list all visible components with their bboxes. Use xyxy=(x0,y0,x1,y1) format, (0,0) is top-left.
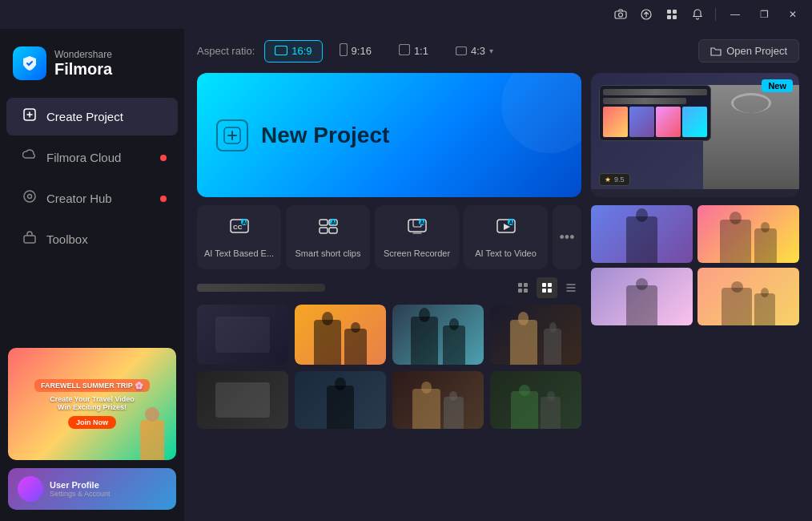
aspect-btn-16-9[interactable]: 16:9 xyxy=(264,40,322,63)
thumb-people xyxy=(490,371,581,429)
stock-item-2[interactable] xyxy=(697,205,799,263)
logo-text: Wondershare Filmora xyxy=(54,49,112,79)
recent-item-3[interactable] xyxy=(392,305,484,365)
aspect-icon-4-3 xyxy=(456,45,467,58)
app-logo: Wondershare Filmora xyxy=(0,38,184,96)
ai-text-to-video-icon: AI xyxy=(496,216,517,242)
ai-text-based-icon: CC AI xyxy=(229,216,250,242)
stock-item-3[interactable] xyxy=(591,268,693,325)
svg-text:AI: AI xyxy=(242,220,247,225)
aspect-icon-1-1 xyxy=(399,44,410,58)
recent-item-7[interactable] xyxy=(392,371,484,429)
stock-grid xyxy=(591,205,799,325)
toolbox-icon xyxy=(22,230,37,248)
qa-more-button[interactable]: ••• xyxy=(553,205,581,269)
quick-actions: CC AI AI Text Based E... xyxy=(197,205,581,269)
thumb-people xyxy=(295,371,386,429)
maximize-button[interactable]: ❐ xyxy=(751,5,777,24)
sidebar-item-label: Creator Hub xyxy=(46,192,112,205)
left-panel: New Project CC AI xyxy=(197,73,581,511)
sidebar-profile-item[interactable]: User Profile Settings & Account xyxy=(8,468,176,510)
camera-icon[interactable] xyxy=(609,3,632,26)
upload-icon[interactable] xyxy=(635,3,657,26)
aspect-label-9-16: 9:16 xyxy=(352,45,372,57)
featured-person xyxy=(703,85,799,189)
main-content: Aspect ratio: 16:9 9:16 xyxy=(184,29,812,521)
featured-title: Smart short clips xyxy=(599,196,791,197)
stock-item-4[interactable] xyxy=(697,268,799,325)
creator-hub-icon xyxy=(22,189,37,208)
sidebar-item-creator-hub[interactable]: Creator Hub xyxy=(6,180,178,217)
svg-rect-11 xyxy=(275,46,287,55)
thumb-people xyxy=(697,205,799,263)
recent-section xyxy=(197,277,581,511)
recent-item-5[interactable] xyxy=(197,371,288,429)
grid-icon[interactable] xyxy=(661,3,683,26)
sidebar-item-filmora-cloud[interactable]: Filmora Cloud xyxy=(6,139,178,176)
dropdown-icon: ▾ xyxy=(489,46,493,55)
sidebar-item-create-project[interactable]: Create Project xyxy=(6,98,178,135)
featured-new-badge: New xyxy=(762,79,793,92)
stock-item-1[interactable] xyxy=(591,205,693,263)
svg-rect-33 xyxy=(518,283,522,287)
svg-rect-14 xyxy=(456,46,466,55)
aspect-ratio-bar: Aspect ratio: 16:9 9:16 xyxy=(184,29,812,73)
banner-content: FAREWELL SUMMER TRIP 🌸 Create Your Trave… xyxy=(8,348,176,460)
titlebar: — ❐ ✕ xyxy=(0,0,812,29)
sidebar-item-label: Filmora Cloud xyxy=(46,151,121,164)
aspect-icon-16-9 xyxy=(275,45,287,58)
thumb-people xyxy=(392,371,484,429)
new-project-icon xyxy=(216,119,248,151)
recent-grid-row2 xyxy=(197,371,581,429)
smart-clips-icon: AI xyxy=(318,216,339,242)
svg-text:AI: AI xyxy=(509,220,514,225)
qa-ai-text-based[interactable]: CC AI AI Text Based E... xyxy=(197,205,281,269)
svg-rect-12 xyxy=(340,44,347,56)
recent-item-8[interactable] xyxy=(490,371,581,429)
qa-screen-recorder[interactable]: AI Screen Recorder xyxy=(375,205,459,269)
view-btn-grid[interactable] xyxy=(513,277,533,298)
svg-rect-13 xyxy=(399,45,409,55)
svg-point-1 xyxy=(619,13,623,17)
logo-name: Filmora xyxy=(54,60,112,79)
aspect-btn-1-1[interactable]: 1:1 xyxy=(388,39,439,63)
svg-rect-4 xyxy=(673,10,677,14)
svg-point-8 xyxy=(24,191,35,202)
svg-rect-5 xyxy=(667,15,671,19)
thumb-people xyxy=(490,305,581,365)
close-button[interactable]: ✕ xyxy=(780,5,806,24)
svg-text:CC: CC xyxy=(233,224,243,231)
recent-item-2[interactable] xyxy=(295,305,386,365)
svg-rect-36 xyxy=(524,289,528,293)
logo-icon xyxy=(13,46,46,80)
thumb-people xyxy=(295,305,386,365)
view-btn-large-grid[interactable] xyxy=(537,277,557,298)
qa-label: Smart short clips xyxy=(295,248,361,258)
notification-icon[interactable] xyxy=(686,3,709,26)
featured-card[interactable]: New xyxy=(591,73,799,197)
recent-title-bar xyxy=(197,284,325,292)
recent-item-4[interactable] xyxy=(490,305,581,365)
svg-rect-39 xyxy=(542,289,546,293)
new-project-card[interactable]: New Project xyxy=(197,73,581,197)
svg-rect-20 xyxy=(320,220,328,225)
recent-item-1[interactable] xyxy=(197,305,288,365)
svg-rect-34 xyxy=(524,283,528,287)
sidebar-banner[interactable]: FAREWELL SUMMER TRIP 🌸 Create Your Trave… xyxy=(8,348,176,460)
open-project-button[interactable]: Open Project xyxy=(698,39,799,63)
featured-info: Smart short clips Transform long videos … xyxy=(591,189,799,197)
view-btn-list[interactable] xyxy=(561,277,581,298)
aspect-icon-9-16 xyxy=(340,43,348,59)
qa-smart-short-clips[interactable]: AI Smart short clips xyxy=(286,205,370,269)
folder-icon xyxy=(710,46,722,57)
recent-item-6[interactable] xyxy=(295,371,386,429)
aspect-btn-9-16[interactable]: 9:16 xyxy=(329,38,382,63)
sidebar-item-toolbox[interactable]: Toolbox xyxy=(6,220,178,258)
banner-cta[interactable]: Join Now xyxy=(68,416,116,429)
qa-ai-text-to-video[interactable]: AI AI Text to Video xyxy=(464,205,548,269)
aspect-label-1-1: 1:1 xyxy=(414,45,428,57)
aspect-btn-4-3[interactable]: 4:3 ▾ xyxy=(445,40,504,63)
svg-rect-0 xyxy=(615,11,626,18)
minimize-button[interactable]: — xyxy=(722,5,748,24)
banner-title: FAREWELL SUMMER TRIP 🌸 xyxy=(34,379,150,392)
